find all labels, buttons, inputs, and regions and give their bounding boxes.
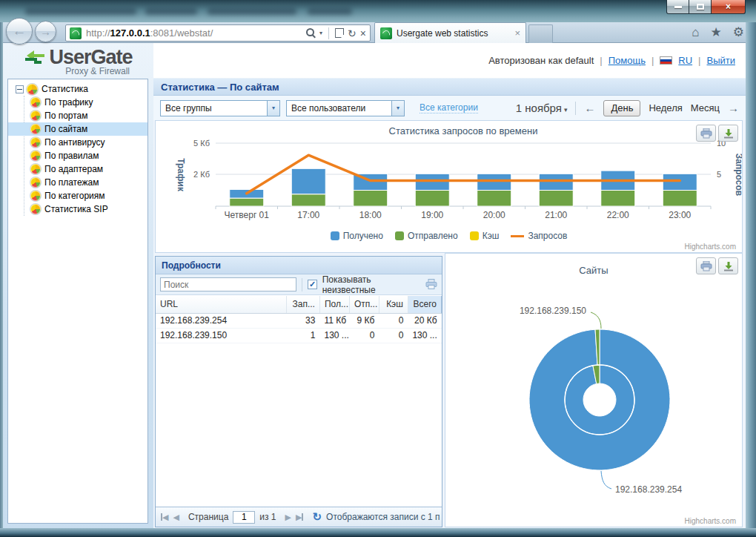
- search-caret-icon[interactable]: ▾: [319, 30, 322, 36]
- svg-text:5 Кб: 5 Кб: [193, 139, 210, 148]
- collapse-icon[interactable]: [16, 85, 24, 93]
- sidebar-item-5[interactable]: По правилам: [8, 149, 147, 162]
- week-range-button[interactable]: Неделя: [649, 102, 682, 113]
- legend-item[interactable]: Кэш: [470, 231, 500, 241]
- column-header-6[interactable]: Всего: [408, 296, 441, 313]
- stop-icon[interactable]: ×: [360, 28, 366, 39]
- column-header-2[interactable]: Зап...: [286, 296, 319, 313]
- print-chart-button[interactable]: [696, 257, 716, 274]
- tab-close-icon[interactable]: ×: [514, 28, 520, 38]
- maximize-button[interactable]: [689, 0, 712, 14]
- pagination-status: Отображаются записи с 1 п: [326, 512, 440, 522]
- forward-button[interactable]: →: [35, 21, 56, 42]
- column-header-1[interactable]: URL: [156, 296, 286, 313]
- export-chart-button[interactable]: [718, 125, 738, 142]
- value-cell: 130 ...: [319, 328, 349, 343]
- pagination-bar: ◀ ◀ Страница из 1 ▶ ▶ ↻ Отображаются зап…: [156, 507, 442, 527]
- close-window-button[interactable]: ×: [712, 0, 746, 14]
- back-button[interactable]: ←: [6, 18, 33, 45]
- pie-label: 192.168.239.254: [615, 484, 682, 495]
- date-picker[interactable]: 1 ноября▾: [516, 102, 568, 114]
- next-period-button[interactable]: →: [728, 102, 739, 114]
- usergate-arrow-icon: [24, 49, 46, 67]
- value-cell: 0: [379, 313, 408, 328]
- pie-chart-icon: [27, 84, 38, 95]
- pie-chart-icon: [30, 204, 41, 214]
- day-range-button[interactable]: День: [603, 100, 640, 116]
- table-row[interactable]: 192.168.239.2543311 Кб9 Кб020 Кб: [156, 313, 442, 328]
- site-favicon: [70, 27, 82, 39]
- month-range-button[interactable]: Месяц: [691, 102, 720, 113]
- sidebar-item-2[interactable]: По портам: [8, 109, 147, 122]
- page-number-input[interactable]: [233, 511, 255, 524]
- categories-link[interactable]: Все категории: [420, 102, 478, 113]
- tree-root-statistics[interactable]: Статистика: [8, 82, 147, 96]
- url-cell: 192.168.239.254: [156, 313, 286, 328]
- prev-page-button[interactable]: ◀: [173, 513, 179, 522]
- svg-text:Четверг 01: Четверг 01: [225, 210, 270, 220]
- show-unknown-checkbox[interactable]: ✓: [308, 280, 316, 289]
- logout-link[interactable]: Выйти: [707, 55, 736, 66]
- favorites-star-icon[interactable]: ★: [711, 26, 722, 39]
- url-text[interactable]: http://127.0.0.1:8081/webstat/: [86, 27, 306, 39]
- browser-tab[interactable]: Usergate web statistics ×: [374, 22, 526, 43]
- value-cell: 11 Кб: [319, 313, 349, 328]
- help-link[interactable]: Помощь: [609, 55, 646, 66]
- refresh-icon[interactable]: ↻: [348, 28, 357, 39]
- window-border-bottom: [0, 528, 756, 537]
- sidebar-item-9[interactable]: Статистика SIP: [8, 202, 147, 216]
- compatibility-view-icon[interactable]: [335, 28, 344, 38]
- legend-item[interactable]: Получено: [331, 231, 383, 241]
- search-icon[interactable]: [306, 28, 316, 38]
- value-cell: 0: [349, 328, 379, 343]
- chevron-down-icon[interactable]: ▾: [267, 101, 279, 116]
- users-select[interactable]: Все пользователи ▾: [286, 100, 405, 116]
- separator: |: [698, 55, 700, 66]
- sites-pie-chart: 192.168.239.150192.168.239.254: [445, 254, 742, 527]
- printer-icon: [700, 261, 712, 271]
- table-header-row[interactable]: URLЗап...Пол...Отп...КэшВсего: [156, 296, 442, 313]
- sidebar-item-8[interactable]: По категориям: [8, 189, 147, 202]
- refresh-grid-icon[interactable]: ↻: [312, 510, 322, 524]
- pie-chart-icon: [30, 111, 41, 121]
- column-header-5[interactable]: Кэш: [379, 296, 408, 313]
- minimize-button[interactable]: [666, 0, 689, 14]
- sidebar-item-3[interactable]: По сайтам: [8, 122, 147, 136]
- prev-period-button[interactable]: ←: [584, 102, 595, 114]
- value-cell: 9 Кб: [349, 313, 379, 328]
- groups-select[interactable]: Все группы ▾: [160, 100, 280, 116]
- first-page-button[interactable]: ◀: [161, 513, 168, 522]
- show-unknown-label: Показывать неизвестные: [322, 274, 420, 295]
- new-tab-button[interactable]: [528, 24, 553, 43]
- print-chart-button[interactable]: [696, 125, 716, 142]
- legend-item[interactable]: Отправлено: [395, 231, 458, 241]
- window-border-right: [746, 22, 756, 537]
- last-page-button[interactable]: ▶: [296, 513, 303, 522]
- sidebar-item-7[interactable]: По платежам: [8, 176, 147, 189]
- home-icon[interactable]: ⌂: [692, 26, 699, 39]
- separator: |: [651, 55, 654, 66]
- settings-gear-icon[interactable]: ⚙: [733, 26, 744, 39]
- separator: |: [600, 55, 602, 66]
- next-page-button[interactable]: ▶: [285, 513, 291, 522]
- sidebar-item-4[interactable]: По антивирусу: [8, 136, 147, 149]
- print-table-icon[interactable]: [425, 279, 437, 290]
- legend-swatch: [395, 231, 404, 240]
- sidebar-item-6[interactable]: По адаптерам: [8, 162, 147, 176]
- table-row[interactable]: 192.168.239.1501130 ...00130 ...: [156, 328, 442, 343]
- main-area: Авторизован как default | Помощь | RU | …: [153, 43, 746, 528]
- chevron-down-icon[interactable]: ▾: [391, 101, 404, 116]
- export-chart-button[interactable]: [718, 257, 738, 274]
- legend-item[interactable]: Запросов: [511, 231, 567, 241]
- column-header-3[interactable]: Пол...: [319, 296, 349, 313]
- tree: СтатистикаПо трафикуПо портамПо сайтамПо…: [8, 79, 147, 216]
- traffic-chart-panel: Статистика запросов по времени2 Кб5 Кб51…: [155, 120, 743, 253]
- value-cell: 0: [379, 328, 408, 343]
- column-header-4[interactable]: Отп...: [349, 296, 379, 313]
- address-bar[interactable]: http://127.0.0.1:8081/webstat/ ▾ ↻ ×: [65, 24, 371, 42]
- language-link[interactable]: RU: [678, 55, 692, 66]
- search-input[interactable]: [160, 277, 296, 291]
- divider: [575, 102, 576, 115]
- sidebar-item-1[interactable]: По трафику: [8, 96, 147, 109]
- details-toolbar: ✓ Показывать неизвестные: [156, 274, 442, 295]
